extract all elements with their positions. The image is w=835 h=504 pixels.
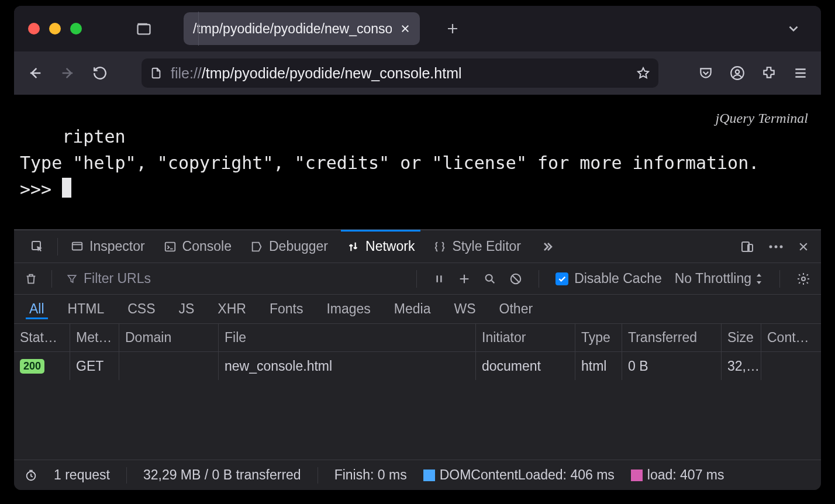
status-badge: 200	[20, 359, 44, 374]
tab-label: Inspector	[89, 239, 145, 254]
browser-tab[interactable]: /tmp/pyodide/pyodide/new_console.	[184, 12, 420, 45]
bookmark-icon[interactable]	[636, 66, 650, 80]
close-tab-icon[interactable]	[400, 23, 410, 34]
divider	[198, 12, 199, 46]
account-icon[interactable]	[730, 65, 745, 81]
devtools-tab-debugger[interactable]: Debugger	[241, 230, 337, 263]
filter-media[interactable]: Media	[391, 299, 434, 319]
divider	[539, 270, 539, 288]
divider	[416, 270, 417, 288]
terminal-line: Type "help", "copyright", "credits" or "…	[20, 153, 759, 173]
tab-overview-icon[interactable]	[136, 20, 152, 37]
navigation-toolbar: file:///tmp/pyodide/pyodide/new_console.…	[14, 51, 821, 95]
page-content-terminal[interactable]: jQuery Terminalripten Type "help", "copy…	[14, 95, 821, 229]
col-file[interactable]: File	[219, 324, 476, 351]
checkbox-label: Disable Cache	[574, 271, 662, 286]
devtools-menu-icon[interactable]	[768, 244, 784, 250]
table-header[interactable]: Stat… Met… Domain File Initiator Type Tr…	[14, 324, 821, 352]
filter-all[interactable]: All	[26, 299, 48, 319]
block-icon[interactable]	[509, 272, 522, 285]
col-initiator[interactable]: Initiator	[476, 324, 575, 351]
svg-point-2	[736, 70, 740, 74]
svg-rect-0	[138, 25, 150, 34]
pocket-icon[interactable]	[698, 65, 713, 81]
disable-cache-checkbox[interactable]: Disable Cache	[555, 271, 662, 286]
footer-dcl-text: DOMContentLoaded: 406 ms	[440, 467, 615, 482]
devtools-tab-network[interactable]: Network	[337, 230, 424, 263]
divider	[57, 238, 58, 256]
url-scheme: file://	[171, 65, 202, 81]
devtools-pick-element-icon[interactable]	[21, 230, 54, 263]
search-icon[interactable]	[484, 272, 496, 285]
divider	[318, 467, 318, 484]
devtools-close-icon[interactable]	[798, 241, 809, 253]
settings-gear-icon[interactable]	[796, 272, 810, 286]
col-size[interactable]: Size	[722, 324, 761, 351]
cell-type: html	[575, 352, 622, 380]
footer-dcl: DOMContentLoaded: 406 ms	[423, 467, 615, 483]
tab-label: Network	[365, 239, 415, 254]
clear-icon[interactable]	[25, 272, 37, 285]
filter-images[interactable]: Images	[323, 299, 374, 319]
url-path: /tmp/pyodide/pyodide/new_console.html	[202, 65, 462, 81]
list-tabs-button[interactable]	[786, 21, 809, 36]
network-footer: 1 request 32,29 MB / 0 B transferred Fin…	[14, 460, 821, 490]
throttling-select[interactable]: No Throttling	[675, 271, 763, 286]
filter-urls-input[interactable]: Filter URLs	[66, 271, 402, 286]
url-text: file:///tmp/pyodide/pyodide/new_console.…	[171, 65, 462, 82]
menu-icon[interactable]	[793, 65, 808, 81]
footer-requests: 1 request	[54, 467, 110, 483]
filter-js[interactable]: JS	[175, 299, 198, 319]
cell-content	[761, 352, 821, 380]
stopwatch-icon[interactable]	[25, 469, 37, 482]
back-button[interactable]	[27, 65, 43, 81]
devtools-tabbar: Inspector Console Debugger Network Style…	[14, 230, 821, 263]
footer-load: load: 407 ms	[631, 467, 724, 483]
reload-button[interactable]	[92, 65, 108, 81]
cell-size: 32,…	[722, 352, 761, 380]
devtools-more-tabs-icon[interactable]	[530, 230, 563, 263]
terminal-prompt: >>>	[20, 179, 62, 199]
table-row[interactable]: 200 GET new_console.html document html 0…	[14, 352, 821, 380]
close-window-icon[interactable]	[28, 23, 40, 34]
filter-fonts[interactable]: Fonts	[266, 299, 307, 319]
filter-css[interactable]: CSS	[124, 299, 158, 319]
filter-html[interactable]: HTML	[64, 299, 108, 319]
tab-title: /tmp/pyodide/pyodide/new_console.	[193, 21, 392, 37]
cell-initiator: document	[476, 352, 575, 380]
terminal-watermark: jQuery Terminal	[716, 108, 808, 129]
forward-button[interactable]	[60, 65, 76, 81]
page-icon	[150, 67, 163, 80]
add-request-icon[interactable]	[458, 272, 471, 285]
minimize-window-icon[interactable]	[49, 23, 61, 34]
col-content[interactable]: Cont…	[761, 324, 821, 351]
load-color-icon	[631, 470, 643, 481]
devtools-tab-inspector[interactable]: Inspector	[61, 230, 154, 263]
devtools-tab-console[interactable]: Console	[154, 230, 241, 263]
svg-point-11	[486, 274, 492, 281]
svg-rect-4	[73, 242, 82, 250]
terminal-cursor	[62, 178, 71, 198]
col-transferred[interactable]: Transferred	[622, 324, 722, 351]
col-status[interactable]: Stat…	[14, 324, 70, 351]
divider	[51, 270, 52, 288]
new-tab-button[interactable]	[446, 22, 460, 36]
throttling-label: No Throttling	[675, 271, 751, 286]
extensions-icon[interactable]	[761, 65, 777, 81]
svg-rect-5	[165, 242, 175, 251]
responsive-mode-icon[interactable]	[740, 240, 754, 254]
checkbox-checked-icon	[555, 272, 568, 285]
devtools-tab-style-editor[interactable]: Style Editor	[424, 230, 530, 263]
cell-method: GET	[70, 352, 119, 380]
filter-other[interactable]: Other	[496, 299, 537, 319]
maximize-window-icon[interactable]	[70, 23, 82, 34]
footer-transferred: 32,29 MB / 0 B transferred	[143, 467, 301, 483]
url-bar[interactable]: file:///tmp/pyodide/pyodide/new_console.…	[142, 58, 658, 88]
network-toolbar: Filter URLs	[14, 263, 821, 295]
filter-ws[interactable]: WS	[451, 299, 479, 319]
col-type[interactable]: Type	[575, 324, 622, 351]
pause-icon[interactable]	[433, 273, 445, 285]
col-method[interactable]: Met…	[70, 324, 119, 351]
filter-xhr[interactable]: XHR	[214, 299, 250, 319]
col-domain[interactable]: Domain	[119, 324, 219, 351]
